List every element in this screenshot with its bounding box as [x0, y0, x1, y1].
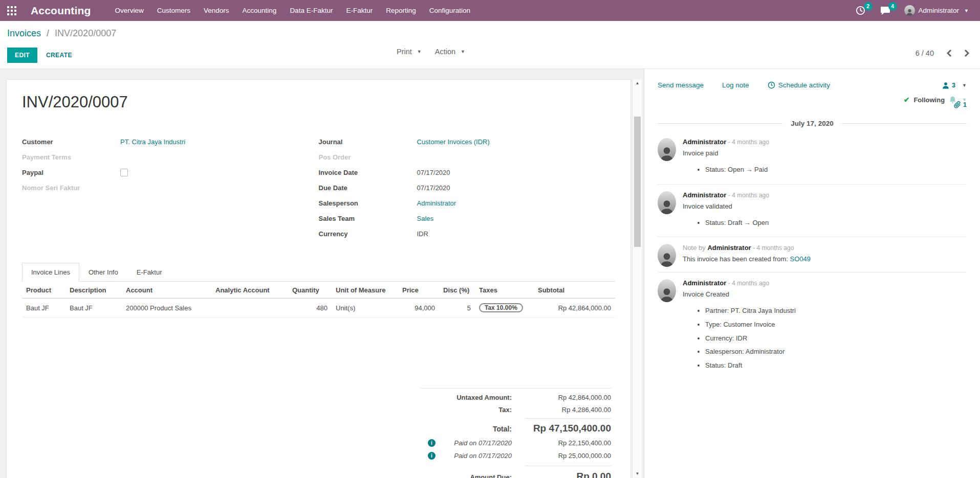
payment-info-icon[interactable]: i — [428, 439, 435, 447]
breadcrumb-invoices[interactable]: Invoices — [7, 28, 41, 38]
action-dropdown[interactable]: Action ▼ — [435, 48, 465, 56]
table-header-row: Product Description Account Analytic Acc… — [22, 282, 615, 299]
menu-reporting[interactable]: Reporting — [379, 0, 423, 21]
sales-team-link[interactable]: Sales — [417, 215, 434, 222]
field-payment-terms: Payment Terms — [22, 152, 319, 168]
pager-next-button[interactable] — [964, 49, 970, 57]
customer-link[interactable]: PT. Citra Jaya Industri — [120, 138, 185, 146]
customer-label: Customer — [22, 137, 120, 146]
create-button[interactable]: CREATE — [39, 48, 79, 63]
message-count-badge: 4 — [888, 2, 897, 11]
message-author[interactable]: Administrator — [707, 244, 751, 252]
col-description[interactable]: Description — [66, 282, 122, 299]
cell-disc: 5 — [439, 299, 475, 317]
log-note-button[interactable]: Log note — [722, 81, 749, 89]
col-price[interactable]: Price — [398, 282, 439, 299]
tab-e-faktur[interactable]: E-Faktur — [127, 263, 171, 282]
tracking-value: Currency: IDR — [705, 332, 967, 346]
followers-button[interactable]: 3 ▼ — [942, 81, 967, 89]
message-author[interactable]: Administrator — [683, 279, 726, 287]
journal-link[interactable]: Customer Invoices (IDR) — [417, 138, 490, 146]
chatter-actions: Send message Log note Schedule activity … — [658, 81, 967, 89]
untaxed-amount-value: Rp 42,864,000.00 — [525, 394, 611, 401]
cell-uom: Unit(s) — [332, 299, 398, 317]
edit-button[interactable]: EDIT — [7, 48, 37, 63]
fields-left-column: Customer PT. Citra Jaya Industri Payment… — [22, 137, 319, 244]
following-button[interactable]: Following — [913, 96, 945, 104]
avatar — [658, 279, 676, 302]
tax-row: Tax: Rp 4,286,400.00 — [421, 406, 611, 414]
col-analytic-account[interactable]: Analytic Account — [211, 282, 288, 299]
col-unit-of-measure[interactable]: Unit of Measure — [332, 282, 398, 299]
schedule-activity-label: Schedule activity — [778, 81, 830, 89]
apps-menu-icon[interactable] — [0, 0, 24, 21]
user-avatar — [904, 5, 915, 16]
due-date-label: Due Date — [319, 183, 417, 192]
table-row[interactable]: Baut JF Baut JF 200000 Product Sales 480… — [22, 299, 615, 317]
scroll-down-icon[interactable]: ▼ — [633, 470, 642, 478]
app-title[interactable]: Accounting — [31, 5, 91, 17]
message-author[interactable]: Administrator — [683, 138, 726, 146]
menu-vendors[interactable]: Vendors — [197, 0, 236, 21]
notebook-tabs: Invoice Lines Other Info E-Faktur — [22, 263, 615, 282]
col-taxes[interactable]: Taxes — [475, 282, 534, 299]
schedule-activity-button[interactable]: Schedule activity — [768, 81, 830, 89]
user-name: Administrator — [919, 7, 960, 14]
paypal-label: Paypal — [22, 168, 120, 176]
scroll-up-icon[interactable]: ▲ — [633, 79, 642, 87]
invoice-lines-table: Product Description Account Analytic Acc… — [22, 282, 615, 317]
col-product[interactable]: Product — [22, 282, 66, 299]
total-label: Total: — [421, 425, 525, 433]
sales-team-label: Sales Team — [319, 214, 417, 222]
send-message-button[interactable]: Send message — [658, 81, 704, 89]
print-dropdown[interactable]: Print ▼ — [397, 48, 422, 56]
col-account[interactable]: Account — [122, 282, 211, 299]
message-body: Invoice paid — [683, 149, 967, 157]
message-time: - 4 months ago — [728, 280, 769, 287]
tracking-value: Salesperson: Administrator — [705, 345, 967, 359]
payment-value: Rp 22,150,400.00 — [525, 439, 611, 447]
tax-badge: Tax 10.00% — [479, 303, 523, 312]
payment-value: Rp 25,000,000.00 — [525, 452, 611, 460]
form-scrollbar[interactable]: ▲ ▼ — [633, 79, 642, 478]
message-author[interactable]: Administrator — [683, 191, 726, 199]
currency-value: IDR — [417, 229, 616, 238]
tab-invoice-lines[interactable]: Invoice Lines — [22, 263, 79, 282]
tracking-value: Status: Draft — [705, 359, 967, 373]
salesperson-link[interactable]: Administrator — [417, 199, 456, 207]
pager-previous-button[interactable] — [946, 49, 952, 57]
top-navbar: Accounting Overview Customers Vendors Ac… — [0, 0, 980, 21]
tab-other-info[interactable]: Other Info — [79, 263, 127, 282]
payment-info-icon[interactable]: i — [428, 452, 435, 460]
total-value: Rp 47,150,400.00 — [525, 418, 611, 434]
tax-value: Rp 4,286,400.00 — [525, 406, 611, 414]
menu-accounting[interactable]: Accounting — [236, 0, 284, 21]
main-menu: Overview Customers Vendors Accounting Da… — [108, 0, 477, 21]
col-quantity[interactable]: Quantity — [288, 282, 332, 299]
chatter-panel: Send message Log note Schedule activity … — [644, 69, 980, 478]
menu-customers[interactable]: Customers — [150, 0, 197, 21]
paypal-checkbox[interactable] — [120, 169, 128, 176]
person-icon — [660, 146, 673, 161]
message-time: - 4 months ago — [728, 139, 769, 146]
action-label: Action — [435, 48, 455, 56]
col-subtotal[interactable]: Subtotal — [534, 282, 615, 299]
cell-account: 200000 Product Sales — [122, 299, 211, 317]
person-icon — [942, 82, 949, 89]
sale-order-link[interactable]: SO049 — [790, 255, 811, 263]
nomor-seri-faktur-value — [120, 183, 319, 184]
tracking-value: Status: Draft → Open — [705, 216, 967, 230]
control-panel: Invoices / INV/2020/0007 EDIT CREATE Pri… — [0, 21, 980, 69]
payment-terms-value — [120, 152, 319, 153]
activities-button[interactable]: 2 — [855, 5, 866, 16]
menu-efaktur[interactable]: E-Faktur — [339, 0, 379, 21]
scrollbar-thumb[interactable] — [634, 117, 641, 247]
col-disc[interactable]: Disc (%) — [439, 282, 475, 299]
menu-data-efaktur[interactable]: Data E-Faktur — [283, 0, 339, 21]
user-menu[interactable]: Administrator ▼ — [904, 5, 969, 16]
messages-button[interactable]: 4 — [880, 5, 891, 16]
message-body: Invoice validated — [683, 202, 967, 210]
payment-label: Paid on 07/17/2020 — [435, 439, 525, 447]
menu-configuration[interactable]: Configuration — [423, 0, 477, 21]
menu-overview[interactable]: Overview — [108, 0, 150, 21]
